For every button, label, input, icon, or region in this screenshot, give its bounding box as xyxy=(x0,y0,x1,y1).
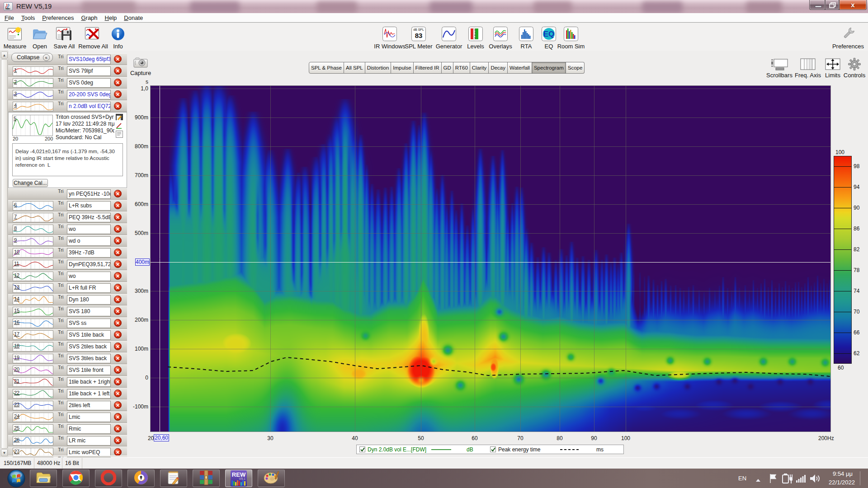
svg-text:83: 83 xyxy=(415,32,423,39)
svg-text:dB SPL: dB SPL xyxy=(413,28,424,31)
